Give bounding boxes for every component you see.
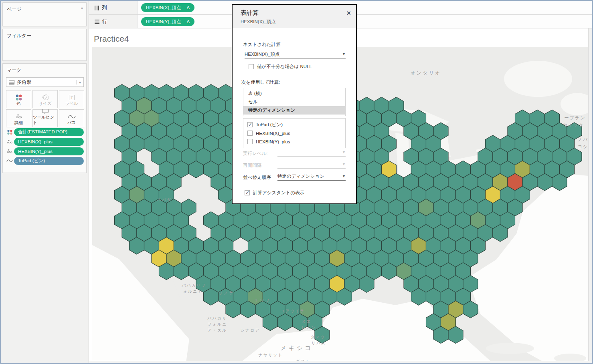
scrollbar-track[interactable] [588, 28, 592, 361]
compute-using-list[interactable]: 表 (横)セル特定のディメンション [243, 88, 346, 116]
map-region-label: チワワ [255, 298, 271, 302]
rows-pill-text: HEXBIN(Y)_頂点 [146, 19, 181, 25]
sort-order-value: 特定のディメンション [277, 173, 324, 179]
map-region-label: バハカリ [207, 316, 227, 320]
map-region-label: フォルニ [208, 322, 227, 326]
chevron-down-icon: ▼ [342, 174, 346, 178]
marks-pill[interactable]: HEXBIN(X)_plus [14, 138, 84, 146]
compute-using-label: 次を使用して計算: [241, 79, 280, 85]
marks-pills: 合計(ESTIMATED POP)HEXBIN(X)_plusHEXBIN(Y)… [5, 128, 84, 166]
at-level-label: 実行レベル: [243, 151, 268, 157]
marks-pill-row: HEXBIN(Y)_plus [5, 147, 84, 155]
map-region-label: ヌエ [302, 319, 311, 324]
columns-pill[interactable]: HEXBIN(X)_頂点 Δ [141, 3, 194, 12]
rows-shelf-drop-area[interactable] [137, 15, 592, 28]
table-calc-delta-icon: Δ [187, 5, 190, 10]
columns-icon [95, 6, 99, 10]
map-region-label: ォルニア [183, 289, 203, 294]
cuba-island [486, 343, 534, 354]
marks-pill[interactable]: ToPad (ビン) [14, 157, 84, 165]
detail-icon[interactable] [5, 139, 14, 144]
dimension-check-row[interactable]: HEXBIN(X)_plus [243, 129, 345, 137]
marks-pill-row: ToPad (ビン) [5, 157, 84, 165]
nested-calc-value: HEXBIN(X)_頂点 [245, 51, 280, 57]
color-icon [15, 94, 22, 101]
detail-icon [16, 113, 22, 120]
chevron-down-icon: ▼ [342, 162, 346, 166]
map-region-label: ア・スル [208, 328, 227, 332]
checkbox-icon[interactable] [249, 64, 254, 69]
rows-icon [95, 20, 99, 24]
size-icon [42, 94, 49, 101]
sort-order-label: 並べ替え順序 [243, 175, 271, 181]
left-panel: ページ ▾ フィルター マーク 多角形 ▾ 色サイズTラベル詳細ツールヒントパス… [1, 1, 89, 363]
map-region-label: コアウイラ [280, 309, 305, 313]
dimension-check-row[interactable]: HEXBIN(Y)_plus [243, 137, 345, 146]
chevron-down-icon: ▾ [76, 80, 81, 84]
map-region-label: タマウ [311, 335, 326, 339]
compute-option[interactable]: 特定のディメンション [243, 106, 345, 115]
null-checkbox-label: 値が不十分な場合は NULL [257, 64, 312, 70]
rows-pill[interactable]: HEXBIN(Y)_頂点 Δ [141, 17, 194, 26]
columns-shelf-label: 列 [95, 4, 107, 11]
path-icon[interactable] [5, 159, 14, 163]
null-if-insufficient-checkbox[interactable]: 値が不十分な場合は NULL [249, 64, 312, 70]
marks-pill[interactable]: HEXBIN(Y)_plus [14, 147, 84, 155]
gulf-st-lawrence [504, 61, 572, 97]
checkbox-icon[interactable] [245, 190, 250, 195]
compute-option[interactable]: 表 (横) [243, 89, 345, 98]
dialog-subtitle: HEXBIN(X)_頂点 [241, 19, 276, 25]
map-region-label: ソノラ [219, 291, 235, 295]
checkbox-icon[interactable] [247, 122, 253, 127]
marks-pill-row: HEXBIN(X)_plus [5, 137, 84, 146]
marks-button-detail[interactable]: 詳細 [6, 109, 31, 127]
marks-button-label[interactable]: Tラベル [59, 90, 84, 108]
scrollbar-track[interactable] [89, 361, 592, 363]
map-region-label: レオン [302, 325, 317, 330]
color-icon[interactable] [5, 129, 14, 135]
mark-type-value: 多角形 [17, 79, 31, 86]
map-region-label: ナヤリット [258, 353, 283, 357]
nested-calc-dropdown[interactable]: HEXBIN(X)_頂点 ▼ [245, 50, 346, 58]
map-region-label: オンタリオ [411, 70, 441, 76]
sheet-title: Practice4 [94, 34, 129, 44]
map-region-label: ノバ [578, 137, 589, 142]
chevron-down-icon[interactable]: ▾ [81, 6, 83, 10]
nested-calc-label: ネストされた計算 [243, 42, 281, 48]
dimension-check-list[interactable]: ToPad (ビン)HEXBIN(X)_plusHEXBIN(Y)_plus [243, 118, 346, 148]
dialog-header: 表計算 HEXBIN(X)_頂点 ✕ [233, 5, 356, 28]
marks-button-tooltip[interactable]: ツールヒント [32, 109, 58, 127]
marks-button-color[interactable]: 色 [6, 90, 31, 108]
map-region-label: バハカリフ [181, 283, 206, 288]
marks-buttons: 色サイズTラベル詳細ツールヒントパス [6, 90, 84, 127]
show-assistant-checkbox[interactable]: 計算アシスタントの表示 [245, 190, 304, 196]
table-calc-delta-icon: Δ [187, 19, 190, 24]
detail-icon[interactable] [5, 149, 14, 154]
compute-option[interactable]: セル [243, 98, 345, 106]
tooltip-icon [42, 109, 49, 115]
map-region-label: コシ [578, 144, 589, 149]
label-icon: T [69, 94, 75, 101]
marks-card: マーク 多角形 ▾ 色サイズTラベル詳細ツールヒントパス 合計(ESTIMATE… [2, 63, 87, 173]
map-region-label: リパス [312, 341, 326, 345]
mark-type-dropdown[interactable]: 多角形 ▾ [6, 77, 84, 87]
sort-order-dropdown[interactable]: 特定のディメンション ▼ [277, 172, 346, 181]
marks-card-label: マーク [7, 67, 22, 74]
dimension-check-row[interactable]: ToPad (ビン) [243, 121, 345, 129]
dialog-title: 表計算 [241, 9, 259, 17]
chevron-down-icon: ▼ [342, 150, 346, 154]
checkbox-icon[interactable] [247, 131, 253, 136]
checkbox-icon[interactable] [247, 139, 253, 144]
columns-shelf-drop-area[interactable] [137, 1, 592, 14]
columns-pill-text: HEXBIN(X)_頂点 [146, 5, 181, 11]
marks-pill[interactable]: 合計(ESTIMATED POP) [14, 128, 84, 136]
restart-dropdown: ▼ [277, 160, 346, 169]
marks-button-size[interactable]: サイズ [32, 90, 58, 108]
close-icon[interactable]: ✕ [346, 10, 351, 17]
marks-button-path[interactable]: パス [59, 109, 84, 127]
svg-text:T: T [71, 96, 73, 100]
tableau-window: ページ ▾ フィルター マーク 多角形 ▾ 色サイズTラベル詳細ツールヒントパス… [0, 0, 593, 364]
filters-shelf-label: フィルター [7, 32, 31, 39]
pages-shelf[interactable]: ページ ▾ [2, 2, 87, 26]
filters-shelf[interactable]: フィルター [2, 29, 87, 61]
